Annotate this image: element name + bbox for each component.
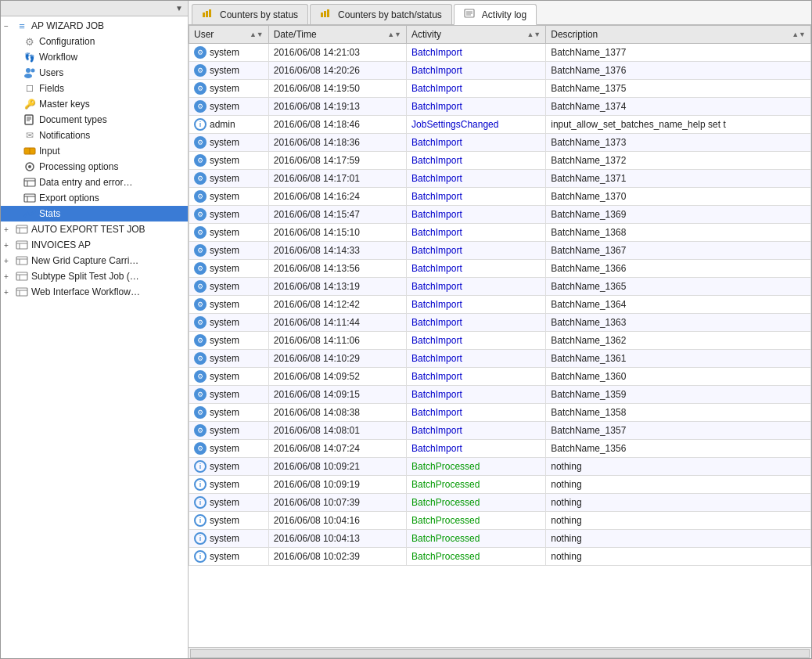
tree-item-doctypes[interactable]: Document types xyxy=(1,112,188,128)
cell-description-22: BatchName_1356 xyxy=(546,440,811,458)
expand-icon-invoicesap[interactable]: + xyxy=(4,241,15,250)
cell-user-28: isystem xyxy=(189,548,269,566)
tree-item-processing[interactable]: Processing options xyxy=(1,159,188,175)
gear-icon: ⚙ xyxy=(194,334,207,347)
table-row[interactable]: ⚙system2016/06/08 14:19:13BatchImportBat… xyxy=(189,98,811,116)
table-row[interactable]: ⚙system2016/06/08 14:09:15BatchImportBat… xyxy=(189,386,811,404)
cell-user-26: isystem xyxy=(189,512,269,530)
cell-user-23: isystem xyxy=(189,458,269,476)
cell-description-1: BatchName_1376 xyxy=(546,62,811,80)
table-row[interactable]: ⚙system2016/06/08 14:11:06BatchImportBat… xyxy=(189,332,811,350)
info-icon: i xyxy=(194,514,207,527)
table-row[interactable]: ⚙system2016/06/08 14:16:24BatchImportBat… xyxy=(189,188,811,206)
tab-countersbystatus[interactable]: Counters by status xyxy=(192,4,308,24)
tab-countersbybatch[interactable]: Counters by batch/status xyxy=(310,4,452,24)
table-row[interactable]: isystem2016/06/08 10:02:39BatchProcessed… xyxy=(189,548,811,566)
cell-activity-17: BatchImport xyxy=(407,350,546,368)
tree-item-autoexport[interactable]: +AUTO EXPORT TEST JOB xyxy=(1,221,188,237)
tree-item-workflow[interactable]: 👣Workflow xyxy=(1,49,188,65)
table-row[interactable]: ⚙system2016/06/08 14:08:01BatchImportBat… xyxy=(189,422,811,440)
table-row[interactable]: ⚙system2016/06/08 14:20:26BatchImportBat… xyxy=(189,62,811,80)
tree-label-subtype: Subtype Split Test Job (… xyxy=(31,271,139,282)
tree-label-doctypes: Document types xyxy=(39,114,107,125)
tree-item-stats[interactable]: Stats xyxy=(1,206,188,221)
horizontal-scrollbar[interactable] xyxy=(189,647,811,658)
col-header-user[interactable]: User▲▼ xyxy=(189,26,269,44)
tree-item-exportoptions[interactable]: Export options xyxy=(1,190,188,206)
table-row[interactable]: ⚙system2016/06/08 14:07:24BatchImportBat… xyxy=(189,440,811,458)
table-row[interactable]: ⚙system2016/06/08 14:14:33BatchImportBat… xyxy=(189,242,811,260)
tab-icon-countersbystatus xyxy=(202,9,216,20)
table-row[interactable]: ⚙system2016/06/08 14:17:01BatchImportBat… xyxy=(189,170,811,188)
cell-datetime-8: 2016/06/08 14:16:24 xyxy=(268,188,406,206)
table-row[interactable]: ⚙system2016/06/08 14:18:36BatchImportBat… xyxy=(189,134,811,152)
table-container[interactable]: User▲▼Date/Time▲▼Activity▲▼Description▲▼… xyxy=(189,25,811,647)
gear-icon: ⚙ xyxy=(194,388,207,401)
expand-icon-subtype[interactable]: + xyxy=(4,272,15,281)
col-header-date-time[interactable]: Date/Time▲▼ xyxy=(268,26,406,44)
table-row[interactable]: iadmin2016/06/08 14:18:46JobSettingsChan… xyxy=(189,116,811,134)
cell-description-3: BatchName_1374 xyxy=(546,98,811,116)
tree-label-notifications: Notifications xyxy=(39,130,90,141)
sort-icon-1[interactable]: ▲▼ xyxy=(387,31,401,38)
collapse-arrow-icon[interactable]: ▼ xyxy=(175,4,183,13)
expand-icon-newgrid[interactable]: + xyxy=(4,257,15,265)
svg-rect-14 xyxy=(24,194,35,202)
table-row[interactable]: ⚙system2016/06/08 14:15:10BatchImportBat… xyxy=(189,224,811,242)
sort-icon-0[interactable]: ▲▼ xyxy=(250,31,264,38)
expand-icon-apwizard[interactable]: − xyxy=(4,22,15,31)
svg-rect-26 xyxy=(16,272,27,280)
cell-user-4: iadmin xyxy=(189,116,269,134)
cell-datetime-12: 2016/06/08 14:13:56 xyxy=(268,260,406,278)
cell-activity-2: BatchImport xyxy=(407,80,546,98)
tree-item-webinterface[interactable]: +Web Interface Workflow… xyxy=(1,284,188,300)
tree-item-dataentry[interactable]: Data entry and error… xyxy=(1,175,188,190)
table-row[interactable]: ⚙system2016/06/08 14:13:56BatchImportBat… xyxy=(189,260,811,278)
table-row[interactable]: ⚙system2016/06/08 14:09:52BatchImportBat… xyxy=(189,368,811,386)
cell-datetime-25: 2016/06/08 10:07:39 xyxy=(268,494,406,512)
table-row[interactable]: ⚙system2016/06/08 14:15:47BatchImportBat… xyxy=(189,206,811,224)
table-row[interactable]: ⚙system2016/06/08 14:17:59BatchImportBat… xyxy=(189,152,811,170)
scrollbar-thumb[interactable] xyxy=(190,649,810,658)
tree-item-subtype[interactable]: +Subtype Split Test Job (… xyxy=(1,268,188,284)
col-header-description[interactable]: Description▲▼ xyxy=(546,26,811,44)
tree-item-invoicesap[interactable]: +INVOICES AP xyxy=(1,237,188,253)
tab-activitylog[interactable]: Activity log xyxy=(454,4,537,25)
table-row[interactable]: ⚙system2016/06/08 14:12:42BatchImportBat… xyxy=(189,296,811,314)
cell-datetime-7: 2016/06/08 14:17:01 xyxy=(268,170,406,188)
table-row[interactable]: isystem2016/06/08 10:07:39BatchProcessed… xyxy=(189,494,811,512)
user-name: system xyxy=(210,209,239,220)
table-row[interactable]: ⚙system2016/06/08 14:11:44BatchImportBat… xyxy=(189,314,811,332)
table-row[interactable]: isystem2016/06/08 10:04:16BatchProcessed… xyxy=(189,512,811,530)
table-row[interactable]: isystem2016/06/08 10:09:21BatchProcessed… xyxy=(189,458,811,476)
cell-activity-8: BatchImport xyxy=(407,188,546,206)
svg-rect-33 xyxy=(206,11,208,17)
expand-icon-webinterface[interactable]: + xyxy=(4,288,15,297)
tree-item-masterkeys[interactable]: 🔑Master keys xyxy=(1,96,188,112)
tree-item-fields[interactable]: ☐Fields xyxy=(1,81,188,96)
tree-item-users[interactable]: Users xyxy=(1,65,188,81)
tree-icon-processing xyxy=(23,160,37,173)
sort-icon-3[interactable]: ▲▼ xyxy=(792,31,806,38)
sort-icon-2[interactable]: ▲▼ xyxy=(526,31,541,38)
cell-datetime-3: 2016/06/08 14:19:13 xyxy=(268,98,406,116)
tree-label-invoicesap: INVOICES AP xyxy=(31,239,91,250)
expand-icon-autoexport[interactable]: + xyxy=(4,225,15,234)
tree-item-input[interactable]: Input xyxy=(1,143,188,159)
tree-item-apwizard[interactable]: −≡AP WIZARD JOB xyxy=(1,18,188,34)
table-row[interactable]: ⚙system2016/06/08 14:10:29BatchImportBat… xyxy=(189,350,811,368)
cell-datetime-16: 2016/06/08 14:11:06 xyxy=(268,332,406,350)
table-row[interactable]: isystem2016/06/08 10:04:13BatchProcessed… xyxy=(189,530,811,548)
tree-label-processing: Processing options xyxy=(39,161,118,172)
tree-icon-fields: ☐ xyxy=(23,82,37,95)
table-row[interactable]: isystem2016/06/08 10:09:19BatchProcessed… xyxy=(189,476,811,494)
table-row[interactable]: ⚙system2016/06/08 14:19:50BatchImportBat… xyxy=(189,80,811,98)
cell-datetime-2: 2016/06/08 14:19:50 xyxy=(268,80,406,98)
table-row[interactable]: ⚙system2016/06/08 14:21:03BatchImportBat… xyxy=(189,44,811,62)
col-header-activity[interactable]: Activity▲▼ xyxy=(407,26,546,44)
table-row[interactable]: ⚙system2016/06/08 14:13:19BatchImportBat… xyxy=(189,278,811,296)
tree-item-configuration[interactable]: ⚙Configuration xyxy=(1,34,188,49)
tree-item-newgrid[interactable]: +New Grid Capture Carri… xyxy=(1,253,188,268)
tree-item-notifications[interactable]: ✉Notifications xyxy=(1,128,188,143)
table-row[interactable]: ⚙system2016/06/08 14:08:38BatchImportBat… xyxy=(189,404,811,422)
